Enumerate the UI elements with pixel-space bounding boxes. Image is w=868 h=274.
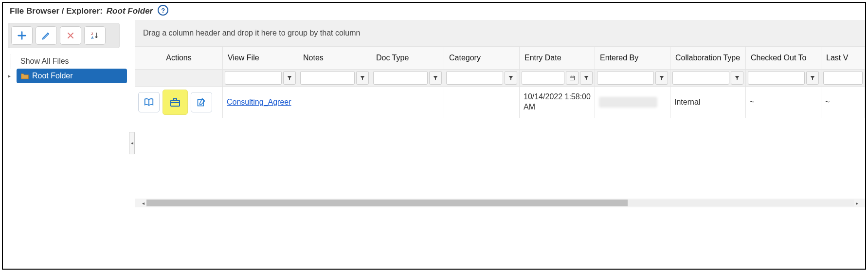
cell-doctype xyxy=(371,87,444,118)
filter-view-input[interactable] xyxy=(225,71,282,85)
filter-lastv xyxy=(821,70,865,86)
sidebar-toolbar: Z A xyxy=(8,23,120,48)
filter-category xyxy=(444,70,520,86)
filter-entry-input[interactable] xyxy=(522,71,564,85)
filter-icon[interactable] xyxy=(806,71,819,85)
filter-notes-input[interactable] xyxy=(300,71,355,85)
horizontal-scrollbar[interactable]: ◂ ▸ xyxy=(135,199,865,207)
table-row: Consulting_Agreer 10/14/2022 1:58:00 AM … xyxy=(135,87,865,118)
col-checked-out[interactable]: Checked Out To xyxy=(746,47,821,69)
col-actions[interactable]: Actions xyxy=(135,47,223,69)
filter-icon[interactable] xyxy=(580,71,593,85)
content: Z A Show All Files ▸ Root Folder xyxy=(3,19,865,266)
filter-collab-input[interactable] xyxy=(672,71,729,85)
grid-header-row: Actions View File Notes Doc Type Categor… xyxy=(135,47,865,70)
scroll-right-icon[interactable]: ▸ xyxy=(854,201,860,206)
col-view-file[interactable]: View File xyxy=(223,47,298,69)
collapse-handle-icon[interactable]: ◂ xyxy=(129,132,135,154)
grid-filter-row xyxy=(135,70,865,87)
tree-show-all[interactable]: Show All Files xyxy=(17,54,127,69)
svg-text:Z: Z xyxy=(91,32,93,36)
calendar-icon[interactable] xyxy=(566,71,579,85)
sort-za-icon: Z A xyxy=(90,31,99,40)
col-last-v[interactable]: Last V xyxy=(821,47,865,69)
tree-label: Show All Files xyxy=(20,57,69,66)
cell-entry-date: 10/14/2022 1:58:00 AM xyxy=(520,87,595,118)
app-frame: File Browser / Explorer: Root Folder ? Z xyxy=(2,2,866,270)
tree-root-folder[interactable]: ▸ Root Folder xyxy=(17,69,127,83)
edit-note-icon xyxy=(197,97,206,107)
col-entry-date[interactable]: Entry Date xyxy=(520,47,595,69)
filter-notes xyxy=(298,70,371,86)
redacted-value xyxy=(599,97,657,108)
filter-lastv-input[interactable] xyxy=(823,71,863,85)
scroll-track[interactable] xyxy=(146,200,854,206)
col-doc-type[interactable]: Doc Type xyxy=(371,47,444,69)
sidebar: Z A Show All Files ▸ Root Folder xyxy=(3,20,132,266)
cell-category xyxy=(444,87,520,118)
header-location: Root Folder xyxy=(107,6,153,16)
col-entered-by[interactable]: Entered By xyxy=(595,47,670,69)
filter-icon[interactable] xyxy=(429,71,442,85)
edit-action-button[interactable] xyxy=(191,92,212,112)
filter-icon[interactable] xyxy=(505,71,517,85)
filter-icon[interactable] xyxy=(283,71,296,85)
briefcase-action-button[interactable] xyxy=(163,90,188,115)
filter-icon[interactable] xyxy=(731,71,743,85)
briefcase-icon xyxy=(169,96,181,108)
filter-entry xyxy=(520,70,595,86)
filter-checked xyxy=(746,70,821,86)
filter-enteredby xyxy=(595,70,670,86)
tree-label: Root Folder xyxy=(32,72,73,80)
filter-icon[interactable] xyxy=(655,71,668,85)
filter-doctype-input[interactable] xyxy=(373,71,428,85)
pencil-icon xyxy=(41,31,51,40)
cell-actions xyxy=(135,87,223,118)
svg-text:A: A xyxy=(91,36,94,39)
col-collab-type[interactable]: Collaboration Type xyxy=(670,47,746,69)
expand-icon[interactable]: ▸ xyxy=(8,73,11,79)
splitter[interactable]: ◂ xyxy=(132,20,135,266)
plus-icon xyxy=(17,30,27,41)
header-prefix: File Browser / Explorer: xyxy=(10,6,103,16)
cell-last-v: ~ xyxy=(821,87,865,118)
folder-icon xyxy=(20,72,29,80)
cell-collab: Internal xyxy=(670,87,746,118)
filter-enteredby-input[interactable] xyxy=(597,71,654,85)
filter-actions xyxy=(135,70,223,86)
edit-button[interactable] xyxy=(36,26,57,45)
group-drop-zone[interactable]: Drag a column header and drop it here to… xyxy=(135,20,865,47)
help-icon[interactable]: ? xyxy=(158,5,168,16)
filter-doctype xyxy=(371,70,444,86)
view-action-button[interactable] xyxy=(138,92,160,112)
page-header: File Browser / Explorer: Root Folder ? xyxy=(3,6,865,19)
sort-button[interactable]: Z A xyxy=(84,26,106,45)
filter-icon[interactable] xyxy=(356,71,369,85)
col-notes[interactable]: Notes xyxy=(298,47,371,69)
filter-category-input[interactable] xyxy=(446,71,503,85)
col-category[interactable]: Category xyxy=(444,47,520,69)
delete-button[interactable] xyxy=(60,26,81,45)
cell-checked-out: ~ xyxy=(746,87,821,118)
main-panel: Drag a column header and drop it here to… xyxy=(135,20,865,266)
filter-checked-input[interactable] xyxy=(748,71,805,85)
filter-collab xyxy=(670,70,746,86)
cell-view-file: Consulting_Agreer xyxy=(223,87,298,118)
folder-tree: Show All Files ▸ Root Folder xyxy=(8,54,127,83)
scroll-left-icon[interactable]: ◂ xyxy=(140,201,146,206)
filter-view xyxy=(223,70,298,86)
file-link[interactable]: Consulting_Agreer xyxy=(227,98,291,107)
cell-notes xyxy=(298,87,371,118)
svg-rect-2 xyxy=(570,76,575,80)
x-icon xyxy=(66,31,75,40)
scroll-thumb[interactable] xyxy=(146,200,628,206)
add-button[interactable] xyxy=(11,26,33,45)
book-open-icon xyxy=(144,97,154,108)
cell-entered-by xyxy=(595,87,670,118)
